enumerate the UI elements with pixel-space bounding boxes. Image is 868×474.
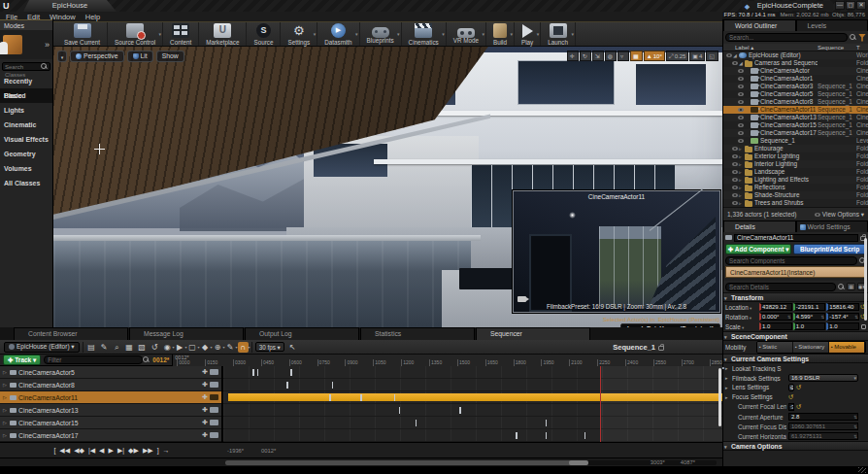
outliner-row[interactable]: ◢ EpicHouse (Editor) World: [723, 51, 868, 59]
camera-preview[interactable]: CineCameraActor11 FilmbackPreset: 16:9 D…: [513, 190, 720, 313]
outliner-row[interactable]: CineCameraActor17 Sequence_1 CineCameraA…: [723, 129, 868, 137]
timeline-rows[interactable]: [223, 366, 722, 442]
location-y-field[interactable]: -23191.1: [793, 303, 826, 311]
spinner-icon[interactable]: ⇅: [853, 423, 857, 430]
fps-dropdown[interactable]: 30 fps ▾: [255, 342, 284, 352]
scale-y-field[interactable]: 1.0: [793, 322, 826, 330]
show-button[interactable]: Show: [156, 51, 184, 62]
sequencer-tool-icon[interactable]: ◆: [200, 342, 211, 353]
visibility-toggle[interactable]: [730, 193, 739, 197]
mobility-option[interactable]: Movable: [829, 342, 865, 353]
transport-button[interactable]: ▶|: [117, 447, 124, 455]
sequencer-tool-icon[interactable]: ⊕: [213, 342, 223, 353]
track-name-row[interactable]: ▷ CineCameraActor15 ✚: [0, 417, 221, 429]
toolbar-button[interactable]: Save Current ▾: [57, 22, 108, 46]
window-control-button[interactable]: ▢: [846, 1, 855, 10]
transform-section-header[interactable]: Transform: [723, 292, 868, 302]
spinner-icon[interactable]: ⇅: [789, 404, 793, 411]
outliner-row[interactable]: ▹ Interior Lighting Folder: [723, 160, 868, 168]
visibility-toggle[interactable]: [736, 116, 745, 119]
modes-category-item[interactable]: Cinematic: [0, 118, 52, 132]
visibility-toggle[interactable]: [730, 147, 739, 151]
filter-icon[interactable]: [858, 34, 866, 42]
outliner-row[interactable]: CineCameraActor15 Sequence_1 CineCameraA…: [723, 121, 868, 129]
perspective-button[interactable]: Perspective: [70, 51, 124, 62]
details-tab[interactable]: Details: [723, 220, 796, 232]
menu-item[interactable]: Window: [50, 13, 76, 21]
bottom-tab[interactable]: Content Browser: [14, 327, 128, 340]
blueprint-add-script-button[interactable]: Blueprint/Add Scrip: [793, 244, 866, 254]
chevron-down-icon[interactable]: ▾: [482, 31, 484, 37]
bottom-tab[interactable]: Sequencer: [476, 327, 590, 340]
lit-button[interactable]: Lit: [127, 51, 153, 62]
visibility-toggle[interactable]: [736, 92, 745, 96]
range-end-2[interactable]: 4087*: [681, 459, 695, 465]
transport-button[interactable]: ◀◆: [74, 447, 84, 455]
chevron-down-icon[interactable]: ▾: [397, 31, 400, 37]
transport-button[interactable]: →: [163, 447, 170, 455]
range-start[interactable]: -1936*: [227, 448, 244, 454]
keyframe-marker[interactable]: [546, 420, 548, 426]
sequencer-tool-icon[interactable]: ↺: [150, 342, 160, 353]
visibility-toggle[interactable]: [736, 123, 745, 127]
rotation-z-field[interactable]: -157.4°⇅: [826, 313, 859, 321]
sequence-column-header[interactable]: Sequence: [818, 44, 856, 51]
scrollbar-handle[interactable]: [225, 460, 584, 465]
autokey-cursor-icon[interactable]: ↖: [287, 342, 298, 353]
modes-category-item[interactable]: Recently Placed: [0, 74, 52, 88]
outliner-row[interactable]: ▹ Landscape Folder: [723, 168, 868, 176]
reset-to-default-icon[interactable]: ↺: [796, 384, 802, 391]
outliner-row[interactable]: ▹ Reflections Folder: [723, 184, 868, 191]
visibility-toggle[interactable]: [730, 178, 739, 182]
visibility-toggle[interactable]: [724, 53, 733, 57]
outliner-tab[interactable]: World Outliner: [723, 19, 796, 31]
setting-number-field[interactable]: 61.9275131⇅: [788, 432, 858, 440]
spinner-icon[interactable]: ⇅: [853, 414, 857, 421]
label-column-header[interactable]: Label ▴: [723, 44, 818, 51]
snap-toolbar-button[interactable]: ▣4: [689, 51, 705, 61]
current-time-field[interactable]: 0012*: [152, 356, 169, 363]
expand-arrow-icon[interactable]: ▷: [3, 394, 8, 400]
details-scrollbar[interactable]: [864, 238, 867, 321]
camera-lock-icon[interactable]: [210, 420, 218, 425]
search-classes-input[interactable]: Search Classes: [2, 62, 50, 71]
timeline-ruler[interactable]: 0012* 0000015003000450060007500900105012…: [172, 355, 722, 366]
outliner-row[interactable]: ▹ Trees and Shrubs Folder: [723, 199, 868, 207]
transport-button[interactable]: ▶▶: [143, 447, 153, 455]
track-name-row[interactable]: ▷ CineCameraActor11 ✚: [0, 391, 221, 404]
spinner-icon[interactable]: ⇅: [821, 314, 825, 321]
sequencer-tool-icon[interactable]: ∩: [238, 342, 249, 353]
camera-lock-icon[interactable]: [210, 382, 218, 388]
snap-toolbar-button[interactable]: ◍: [605, 51, 617, 61]
chevron-down-icon[interactable]: ▾: [159, 31, 162, 37]
keyframe-marker[interactable]: [332, 382, 334, 389]
mobility-option[interactable]: Stationary: [793, 342, 829, 353]
expand-arrow-icon[interactable]: ▸: [725, 365, 730, 371]
outliner-row[interactable]: CineCameraActor3 Sequence_1 CineCameraAc…: [723, 83, 868, 90]
scale-x-field[interactable]: 1.0: [759, 322, 792, 330]
visibility-toggle[interactable]: [730, 186, 739, 189]
add-track-button[interactable]: ✚ Track ▾: [3, 355, 41, 365]
view-options-button[interactable]: View Options ▾: [815, 211, 864, 219]
modes-category-item[interactable]: Visual Effects: [0, 132, 52, 147]
modes-category-item[interactable]: Geometry: [0, 147, 52, 161]
setting-number-field[interactable]: 1060.307651⇅: [788, 423, 858, 430]
sequencer-tool-icon[interactable]: ✎: [99, 342, 110, 353]
keyframe-marker[interactable]: [252, 369, 254, 376]
modes-category-item[interactable]: Lights: [0, 103, 52, 118]
outliner-row[interactable]: CineCameraActor CineCameraActor: [723, 67, 868, 75]
chevron-down-icon[interactable]: ▾: [442, 31, 445, 37]
keyframe-marker[interactable]: [360, 394, 362, 401]
visibility-toggle[interactable]: [730, 201, 739, 205]
snap-toolbar-button[interactable]: ▦: [630, 51, 643, 61]
menu-item[interactable]: Help: [85, 13, 100, 21]
track-filter-input[interactable]: [44, 356, 143, 364]
keyframe-marker[interactable]: [290, 369, 292, 376]
add-section-icon[interactable]: ✚: [202, 368, 208, 376]
rotation-y-field[interactable]: 4.599°⇅: [793, 313, 826, 321]
visibility-toggle[interactable]: [736, 69, 745, 73]
scale-label[interactable]: Scale: [725, 323, 758, 330]
track-name-row[interactable]: ▷ CineCameraActor8 ✚: [0, 379, 221, 391]
outliner-row[interactable]: ◢ Cameras and Sequence Folder: [723, 59, 868, 67]
add-section-icon[interactable]: ✚: [202, 419, 208, 426]
